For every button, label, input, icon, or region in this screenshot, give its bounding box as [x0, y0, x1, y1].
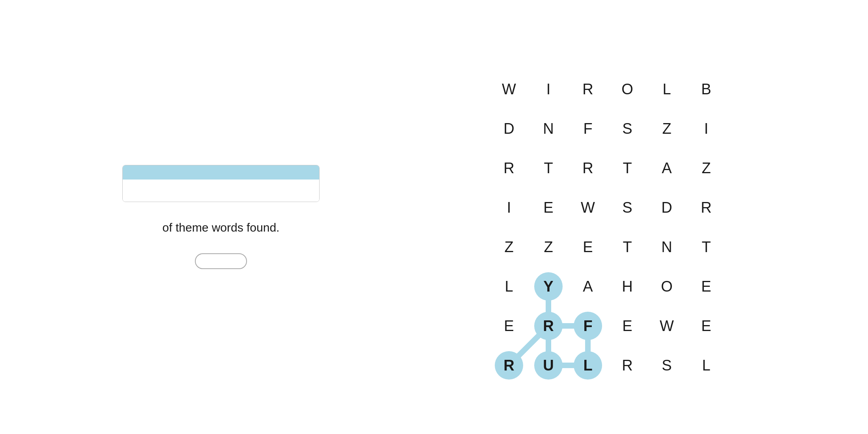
grid-cell: A [568, 267, 608, 306]
grid-cell: I [687, 109, 726, 148]
grid-cell[interactable]: Y [529, 267, 568, 306]
main-container: of theme words found. WIROLBDNFSZIRTRTAZ… [0, 0, 868, 434]
grid-cell: T [608, 148, 647, 188]
grid-cell: D [647, 188, 687, 227]
grid-cell: O [647, 267, 687, 306]
grid-cell: Z [687, 148, 726, 188]
grid-cell: F [568, 109, 608, 148]
grid-cell[interactable]: L [568, 346, 608, 385]
grid-cell: Z [529, 227, 568, 267]
grid-cell[interactable]: U [529, 346, 568, 385]
highlighted-letter: Y [534, 272, 563, 301]
grid-cell: T [529, 148, 568, 188]
grid-cell: E [608, 306, 647, 346]
grid-cell: E [489, 306, 529, 346]
left-panel: of theme words found. [83, 165, 359, 269]
grid-cell: E [529, 188, 568, 227]
grid-cell: H [608, 267, 647, 306]
grid-cell: E [568, 227, 608, 267]
grid-cell: D [489, 109, 529, 148]
grid-cell: R [489, 148, 529, 188]
grid-cell[interactable]: R [489, 346, 529, 385]
grid-cell: W [647, 306, 687, 346]
grid-cell: R [608, 346, 647, 385]
highlighted-letter: R [495, 351, 523, 380]
grid-cell: E [687, 306, 726, 346]
grid-cell: Z [489, 227, 529, 267]
grid-cell: N [529, 109, 568, 148]
progress-after: theme words found. [176, 221, 279, 234]
theme-card [122, 165, 320, 202]
highlighted-letter: R [534, 312, 563, 340]
grid-cell: N [647, 227, 687, 267]
grid-cell: L [647, 69, 687, 109]
grid-cell: T [687, 227, 726, 267]
hint-button[interactable] [195, 253, 247, 269]
grid-cell: S [608, 188, 647, 227]
grid-cell: L [489, 267, 529, 306]
progress-of: of [163, 221, 176, 234]
grid-cell: R [568, 148, 608, 188]
grid-cell: W [568, 188, 608, 227]
highlighted-letter: U [534, 351, 563, 380]
grid-cell: T [608, 227, 647, 267]
grid-cell: R [687, 188, 726, 227]
grid-cell: L [687, 346, 726, 385]
progress-text: of theme words found. [163, 221, 280, 234]
grid-cell: O [608, 69, 647, 109]
grid-cell: I [529, 69, 568, 109]
grid-container: WIROLBDNFSZIRTRTAZIEWSDRZZETNTLYAHOEERFE… [489, 69, 726, 385]
grid-cell: B [687, 69, 726, 109]
grid-cell: I [489, 188, 529, 227]
grid-cell: A [647, 148, 687, 188]
grid-cell: Z [647, 109, 687, 148]
grid-cell[interactable]: R [529, 306, 568, 346]
theme-card-body [123, 180, 319, 202]
grid-cell: S [608, 109, 647, 148]
grid-cell: S [647, 346, 687, 385]
grid-cell: E [687, 267, 726, 306]
highlighted-letter: F [574, 312, 602, 340]
highlighted-letter: L [574, 351, 602, 380]
theme-card-header [123, 165, 319, 180]
right-panel: WIROLBDNFSZIRTRTAZIEWSDRZZETNTLYAHOEERFE… [430, 49, 785, 385]
grid-cell: W [489, 69, 529, 109]
grid-cell: R [568, 69, 608, 109]
grid-cell[interactable]: F [568, 306, 608, 346]
